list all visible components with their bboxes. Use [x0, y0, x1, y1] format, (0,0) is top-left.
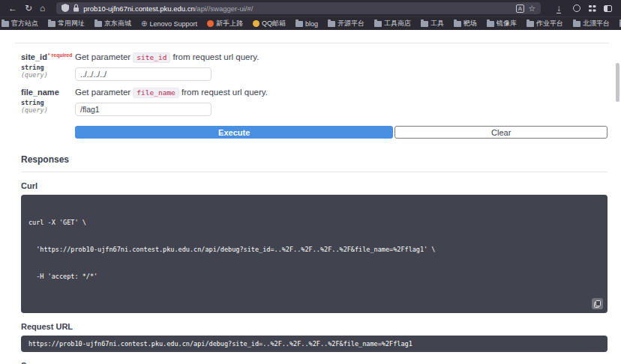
url-path: /api//swagger-ui/#/ [195, 4, 254, 13]
account-icon[interactable] [573, 4, 580, 12]
bookmark-item[interactable]: 镜像库 [487, 19, 517, 28]
bookmark-item[interactable]: 常用网址 [48, 19, 85, 28]
bookmark-item[interactable]: QQ邮箱 [253, 19, 286, 28]
bookmark-label: 作业平台 [536, 19, 563, 28]
execute-row: Execute Clear [75, 126, 608, 139]
scrollbar-thumb[interactable] [616, 63, 620, 102]
url-bar[interactable]: prob10-ujfn67ni.contest.pku.edu.cn/api//… [56, 2, 541, 14]
bookmark-item[interactable]: Lenovo Support [141, 20, 197, 28]
inline-code: file_name [133, 88, 178, 98]
curl-line: 'https://prob10-ujfn67ni.contest.pku.edu… [28, 245, 600, 254]
parameter-location: (query) [21, 71, 75, 79]
parameter-name: file_name [21, 88, 75, 97]
bookmark-label: 工具商店 [384, 19, 411, 28]
site-id-input[interactable] [75, 67, 212, 81]
bookmark-label: 工具 [430, 19, 444, 28]
curl-line: -H 'accept: */*' [28, 272, 600, 281]
extensions-icon[interactable] [589, 5, 596, 12]
parameter-name: site_id* required [21, 52, 75, 61]
bookmark-item[interactable]: 京东商城 [94, 19, 131, 28]
bookmark-label: 新手上路 [216, 19, 243, 28]
downloads-icon[interactable] [553, 0, 565, 16]
folder-icon [421, 21, 428, 27]
responses-title: Responses [21, 154, 608, 172]
request-url-label: Request URL [21, 322, 608, 331]
shield-icon[interactable] [62, 1, 69, 15]
description-text: Get parameter [75, 88, 133, 97]
url-domain: prob10-ujfn67ni.contest.pku.edu.cn [83, 4, 194, 13]
folder-icon [573, 21, 580, 27]
folder-icon [487, 21, 494, 27]
translate-icon[interactable] [516, 4, 524, 13]
bookmark-label: Lenovo Support [149, 20, 197, 28]
globe-icon [141, 20, 147, 28]
description-text: from request url query. [179, 88, 268, 97]
folder-icon [526, 21, 534, 27]
site-favicon [207, 20, 214, 27]
parameter-type: string [21, 64, 75, 71]
swagger-page: site_id* required string (query) Get par… [0, 30, 621, 364]
file-name-input[interactable] [75, 103, 212, 116]
copy-curl-button[interactable] [592, 298, 603, 309]
curl-line: curl -X 'GET' \ [28, 218, 600, 227]
bookmark-item[interactable]: 工具 [421, 19, 444, 28]
home-icon[interactable] [36, 0, 49, 16]
folder-icon [2, 21, 9, 27]
bookmark-item[interactable]: blog [296, 20, 318, 28]
folder-icon [48, 21, 56, 27]
browser-toolbar: prob10-ujfn67ni.contest.pku.edu.cn/api//… [0, 0, 621, 16]
required-badge: * required [48, 52, 73, 58]
parameter-row-file-name: file_name string (query) Get parameter f… [21, 88, 608, 116]
bookmark-item[interactable]: 新手上路 [207, 19, 243, 28]
url-text: prob10-ujfn67ni.contest.pku.edu.cn/api//… [83, 4, 512, 13]
lock-icon[interactable] [73, 1, 80, 15]
curl-label: Curl [21, 181, 608, 190]
bookmark-label: 京东商城 [104, 19, 131, 28]
toolbar-right [548, 0, 616, 16]
clear-button[interactable]: Clear [394, 126, 608, 139]
parameter-name-text: file_name [21, 88, 59, 97]
bookmark-item[interactable]: 工具商店 [374, 19, 411, 28]
bookmark-label: QQ邮箱 [262, 19, 286, 28]
bookmark-label: 北漂平台 [583, 19, 610, 28]
request-url-block: https://prob10-ujfn67ni.contest.pku.edu.… [21, 336, 608, 352]
bookmark-item[interactable]: 开源平台 [328, 19, 364, 28]
reload-icon[interactable] [21, 0, 36, 16]
sidebar-icon[interactable] [604, 5, 612, 12]
site-favicon [253, 20, 260, 27]
folder-icon [328, 21, 335, 27]
description-text: Get parameter [75, 52, 133, 61]
folder-icon [94, 21, 102, 27]
bookmark-item[interactable]: 北漂平台 [573, 19, 610, 28]
description-text: from request url query. [170, 52, 259, 61]
bookmark-star-icon[interactable] [528, 0, 536, 16]
execute-button[interactable]: Execute [75, 126, 393, 139]
parameter-location: (query) [21, 106, 75, 114]
server-response-label: Server response [21, 361, 608, 364]
bookmark-item[interactable]: 官方站点 [2, 19, 38, 28]
bookmark-label: blog [305, 20, 318, 28]
bookmark-item[interactable]: 靶场 [454, 19, 477, 28]
back-icon[interactable] [4, 0, 21, 16]
bookmark-label: 开源平台 [338, 19, 364, 28]
parameter-description: Get parameter site_id from request url q… [75, 52, 608, 61]
bookmark-label: 官方站点 [11, 19, 38, 28]
curl-block: curl -X 'GET' \ 'https://prob10-ujfn67ni… [21, 195, 608, 313]
bookmark-item[interactable]: 作业平台 [526, 19, 563, 28]
folder-icon [374, 21, 382, 27]
parameter-type: string [21, 99, 75, 106]
folder-icon [454, 21, 461, 27]
bookmark-label: 常用网址 [58, 19, 85, 28]
inline-code: site_id [133, 52, 170, 63]
folder-icon [296, 21, 303, 27]
parameter-name-text: site_id [21, 52, 47, 61]
parameter-description: Get parameter file_name from request url… [75, 88, 608, 97]
bookmarks-bar: 官方站点 常用网址 京东商城 Lenovo Support 新手上路 QQ邮箱 … [0, 16, 621, 30]
bookmark-label: 镜像库 [496, 19, 517, 28]
parameter-row-site-id: site_id* required string (query) Get par… [21, 52, 608, 81]
bookmark-label: 靶场 [464, 19, 477, 28]
